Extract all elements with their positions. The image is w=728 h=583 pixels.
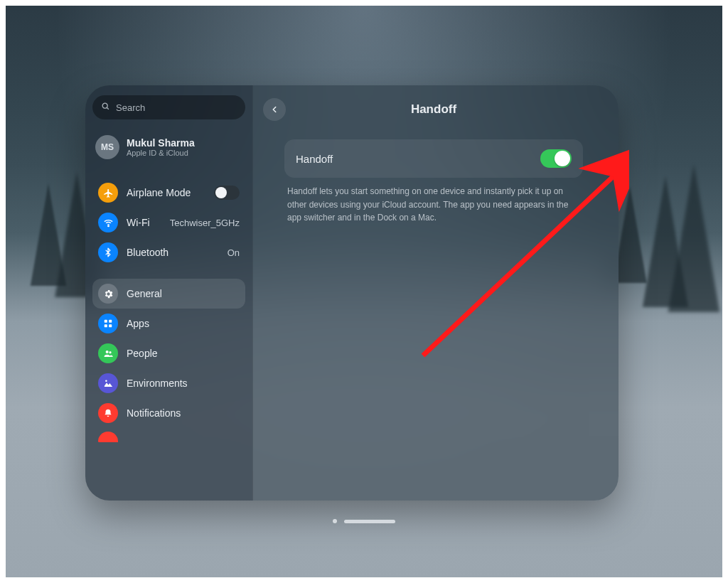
svg-point-0 bbox=[102, 103, 107, 108]
cutoff-icon bbox=[98, 432, 118, 442]
gear-icon bbox=[98, 284, 118, 304]
sidebar-item-apps[interactable]: Apps bbox=[92, 309, 245, 338]
sidebar-item-wifi[interactable]: Wi-Fi Techwiser_5GHz bbox=[92, 208, 245, 237]
svg-rect-6 bbox=[109, 324, 112, 327]
handoff-row[interactable]: Handoff bbox=[284, 139, 583, 178]
sidebar-item-people[interactable]: People bbox=[92, 338, 245, 368]
sidebar-item-airplane[interactable]: Airplane Mode bbox=[92, 178, 245, 208]
sidebar-item-label: Wi-Fi bbox=[127, 217, 150, 228]
svg-point-2 bbox=[107, 225, 109, 227]
svg-rect-5 bbox=[105, 324, 107, 327]
account-subtitle: Apple ID & iCloud bbox=[127, 149, 195, 157]
avatar: MS bbox=[95, 135, 119, 159]
environments-icon bbox=[98, 373, 118, 393]
account-row[interactable]: MS Mukul Sharma Apple ID & iCloud bbox=[92, 132, 245, 162]
sidebar-item-general[interactable]: General bbox=[92, 279, 245, 309]
handoff-toggle[interactable] bbox=[540, 149, 572, 168]
sidebar-item-label: Bluetooth bbox=[127, 247, 168, 258]
search-icon bbox=[101, 102, 110, 113]
grabber-bar-icon bbox=[344, 520, 395, 523]
handoff-label: Handoff bbox=[296, 153, 333, 165]
sidebar-item-cutoff[interactable] bbox=[92, 428, 245, 442]
sidebar-item-label: People bbox=[127, 348, 158, 359]
notifications-icon bbox=[98, 403, 118, 423]
account-name: Mukul Sharma bbox=[127, 137, 195, 149]
sidebar-item-notifications[interactable]: Notifications bbox=[92, 398, 245, 428]
sidebar-item-label: Environments bbox=[127, 378, 188, 389]
sidebar-item-environments[interactable]: Environments bbox=[92, 368, 245, 398]
sidebar-item-label: Apps bbox=[127, 318, 149, 329]
wifi-value: Techwiser_5GHz bbox=[170, 218, 240, 228]
settings-window: Search MS Mukul Sharma Apple ID & iCloud… bbox=[85, 85, 619, 501]
search-placeholder: Search bbox=[116, 102, 145, 113]
bluetooth-icon bbox=[98, 242, 118, 262]
title-bar: Handoff bbox=[263, 95, 604, 124]
bluetooth-value: On bbox=[228, 247, 240, 258]
svg-rect-4 bbox=[109, 320, 112, 323]
airplane-toggle[interactable] bbox=[214, 186, 240, 200]
wifi-icon bbox=[98, 213, 118, 232]
sidebar-item-label: Notifications bbox=[127, 407, 181, 419]
svg-point-9 bbox=[105, 380, 107, 382]
svg-rect-3 bbox=[105, 320, 107, 323]
grabber-dot-icon bbox=[333, 519, 337, 523]
content-pane: Handoff Handoff Handoff lets you start s… bbox=[253, 85, 619, 501]
page-title: Handoff bbox=[263, 102, 604, 117]
handoff-description: Handoff lets you start something on one … bbox=[287, 185, 580, 225]
window-grabber[interactable] bbox=[333, 519, 395, 523]
people-icon bbox=[98, 343, 118, 363]
svg-point-7 bbox=[105, 351, 108, 353]
svg-line-1 bbox=[107, 107, 109, 109]
search-field[interactable]: Search bbox=[92, 95, 245, 119]
airplane-icon bbox=[98, 183, 118, 203]
sidebar-item-label: Airplane Mode bbox=[127, 187, 191, 198]
apps-icon bbox=[98, 314, 118, 333]
sidebar-item-label: General bbox=[127, 288, 162, 299]
sidebar-item-bluetooth[interactable]: Bluetooth On bbox=[92, 237, 245, 267]
sidebar: Search MS Mukul Sharma Apple ID & iCloud… bbox=[85, 85, 253, 501]
svg-point-8 bbox=[109, 351, 111, 353]
